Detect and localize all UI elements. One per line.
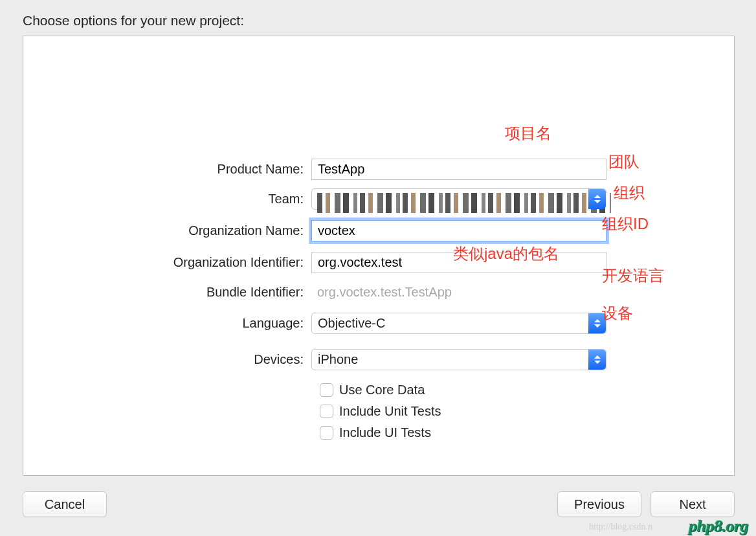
bundle-identifier-value: org.voctex.test.TestApp bbox=[311, 282, 606, 302]
product-name-label: Product Name: bbox=[23, 162, 311, 177]
chevron-updown-icon bbox=[588, 189, 606, 209]
org-identifier-label: Organization Identifier: bbox=[23, 255, 311, 270]
include-unit-tests-checkbox[interactable] bbox=[320, 405, 333, 418]
chevron-updown-icon bbox=[588, 350, 606, 370]
language-label: Language: bbox=[23, 316, 311, 331]
annotation-org-id: 组织ID bbox=[602, 214, 649, 234]
include-ui-tests-checkbox[interactable] bbox=[320, 426, 333, 440]
annotation-team: 团队 bbox=[608, 151, 639, 172]
dialog-title: Choose options for your new project: bbox=[23, 13, 244, 28]
watermark-url: http://blog.csdn.n bbox=[589, 522, 652, 532]
include-unit-tests-label: Include Unit Tests bbox=[339, 404, 441, 419]
org-name-label: Organization Name: bbox=[23, 223, 311, 238]
use-core-data-checkbox[interactable] bbox=[320, 383, 333, 397]
annotation-org-name: 组织 bbox=[614, 183, 645, 203]
devices-label: Devices: bbox=[23, 352, 311, 367]
next-button[interactable]: Next bbox=[650, 491, 735, 517]
team-select[interactable] bbox=[311, 188, 606, 210]
watermark-logo: php8.org bbox=[689, 517, 748, 536]
use-core-data-label: Use Core Data bbox=[339, 383, 425, 397]
annotation-devices: 设备 bbox=[602, 303, 633, 324]
annotation-product-name: 项目名 bbox=[505, 123, 551, 144]
options-panel: Product Name: Team: Organization Name: O… bbox=[23, 36, 735, 476]
devices-select[interactable]: iPhone bbox=[311, 349, 606, 370]
bundle-identifier-label: Bundle Identifier: bbox=[23, 285, 311, 300]
annotation-language: 开发语言 bbox=[602, 265, 664, 286]
annotation-bundle-id: 类似java的包名 bbox=[453, 243, 559, 264]
language-select[interactable]: Objective-C bbox=[311, 313, 606, 334]
team-label: Team: bbox=[23, 192, 311, 207]
devices-value: iPhone bbox=[318, 352, 358, 367]
cancel-button[interactable]: Cancel bbox=[23, 491, 107, 517]
product-name-input[interactable] bbox=[311, 159, 606, 180]
organization-name-input[interactable] bbox=[311, 220, 606, 241]
button-bar: Cancel Previous Next bbox=[23, 491, 735, 518]
include-ui-tests-label: Include UI Tests bbox=[339, 425, 431, 440]
previous-button[interactable]: Previous bbox=[557, 491, 641, 517]
team-value-redacted bbox=[317, 193, 611, 213]
language-value: Objective-C bbox=[318, 316, 385, 331]
